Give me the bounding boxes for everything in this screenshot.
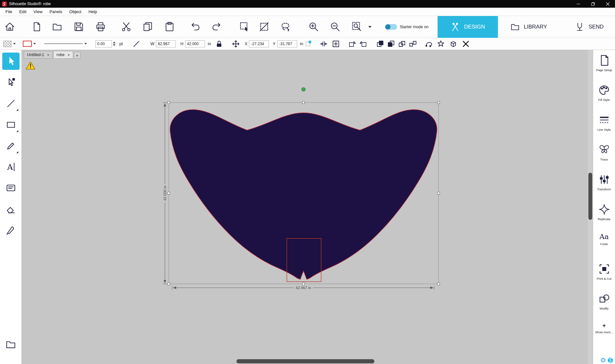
offset-star-button[interactable]: [437, 40, 445, 48]
fill-color-swatch[interactable]: [23, 41, 32, 47]
handle-mid-right[interactable]: [438, 192, 440, 194]
transparency-dropdown-caret[interactable]: [13, 43, 16, 45]
spacing-button[interactable]: [320, 40, 328, 48]
point-edit-tool[interactable]: [2, 74, 20, 91]
menu-edit[interactable]: Edit: [16, 8, 30, 16]
eraser-tool[interactable]: [2, 201, 20, 218]
notes-tool[interactable]: [2, 179, 20, 197]
tab-send[interactable]: SEND: [565, 16, 613, 38]
minimize-button[interactable]: [571, 0, 585, 8]
handle-mid-left[interactable]: [168, 192, 170, 194]
tab-design[interactable]: DESIGN: [438, 16, 498, 38]
settings-gear-icon[interactable]: ⚙: [600, 357, 606, 363]
handle-top-left[interactable]: [168, 102, 170, 104]
3d-button[interactable]: [449, 40, 457, 48]
x-position-input[interactable]: [249, 40, 269, 47]
send-to-back-button[interactable]: [387, 40, 395, 48]
library-folder-button[interactable]: [2, 336, 20, 353]
horizontal-scrollbar[interactable]: [22, 359, 588, 363]
bring-to-front-button[interactable]: [376, 40, 384, 48]
move-button[interactable]: [232, 40, 240, 48]
zoom-dropdown-caret[interactable]: [368, 26, 372, 28]
menu-panels[interactable]: Panels: [46, 8, 66, 16]
warning-icon[interactable]: [26, 62, 35, 69]
handle-top-center[interactable]: [303, 102, 305, 104]
zoom-selection-button[interactable]: [350, 20, 364, 34]
handle-bottom-right[interactable]: [438, 283, 440, 285]
doc-tab-untitled[interactable]: Untitled-1 ×: [24, 51, 53, 59]
tab-library[interactable]: LIBRARY: [500, 16, 557, 38]
deselect-button[interactable]: [257, 20, 271, 34]
open-button[interactable]: [50, 20, 64, 34]
handle-bottom-center[interactable]: [303, 283, 305, 285]
y-position-input[interactable]: [277, 40, 297, 47]
handle-bottom-left[interactable]: [168, 283, 170, 285]
save-button[interactable]: [72, 20, 86, 34]
redo-button[interactable]: [209, 20, 224, 34]
cut-button[interactable]: [119, 20, 133, 34]
rotate-handle[interactable]: [302, 88, 305, 91]
robe-shape[interactable]: [170, 110, 437, 279]
select-button[interactable]: [237, 20, 252, 34]
panel-trace[interactable]: Trace: [593, 141, 615, 170]
panel-show-more[interactable]: + Show more...: [593, 319, 615, 349]
home-button[interactable]: [3, 20, 17, 34]
menu-view[interactable]: View: [30, 8, 46, 16]
relative-position-checkbox[interactable]: [306, 42, 310, 46]
line-style-preview[interactable]: [44, 44, 83, 44]
fill-color-dropdown-caret[interactable]: [33, 43, 36, 45]
close-button[interactable]: [600, 0, 615, 8]
transparency-swatch[interactable]: [3, 41, 12, 47]
panel-modify[interactable]: Modify: [593, 290, 615, 319]
vertical-scrollbar[interactable]: [588, 50, 593, 364]
print-button[interactable]: [93, 20, 107, 34]
center-point-button[interactable]: [332, 40, 340, 48]
lock-aspect-button[interactable]: [215, 40, 223, 48]
line-tool[interactable]: [2, 95, 20, 112]
zoom-in-button[interactable]: [306, 20, 320, 34]
stroke-weight-input[interactable]: [95, 40, 112, 47]
panel-replicate[interactable]: Replicate: [593, 200, 615, 230]
menu-help[interactable]: Help: [85, 8, 101, 16]
panel-fonts[interactable]: Aa Fonts: [593, 230, 615, 260]
starter-mode-toggle[interactable]: [385, 24, 397, 30]
text-tool[interactable]: A: [2, 158, 20, 176]
rotate-left-button[interactable]: [348, 40, 356, 48]
draw-tool[interactable]: [2, 137, 20, 154]
rectangle-tool[interactable]: [2, 116, 20, 133]
height-input[interactable]: [185, 40, 205, 47]
width-input[interactable]: [156, 40, 176, 47]
stroke-weight-spinner[interactable]: [113, 42, 115, 46]
silhouette-account-icon[interactable]: [607, 357, 613, 363]
line-segment-button[interactable]: [132, 40, 140, 48]
zoom-out-button[interactable]: [328, 20, 342, 34]
rotate-right-button[interactable]: [360, 40, 367, 48]
handle-top-right[interactable]: [438, 102, 440, 104]
panel-print-cut[interactable]: Print & Cut: [593, 260, 615, 290]
menu-file[interactable]: File: [2, 8, 16, 16]
line-style-dropdown-caret[interactable]: [84, 43, 87, 45]
panel-line-style[interactable]: Line Style: [593, 111, 615, 141]
ungroup-button[interactable]: [409, 40, 417, 48]
tab-close-icon[interactable]: ×: [67, 53, 70, 57]
open-path-button[interactable]: [425, 40, 433, 48]
group-button[interactable]: [398, 40, 406, 48]
doc-tab-robe[interactable]: robe ×: [53, 51, 73, 59]
panel-page-setup[interactable]: Page Setup: [593, 51, 615, 81]
menu-object[interactable]: Object: [66, 8, 85, 16]
panel-fill-style[interactable]: Fill Style: [593, 81, 615, 111]
maximize-button[interactable]: [585, 0, 600, 8]
horizontal-scrollbar-thumb[interactable]: [236, 359, 374, 363]
delete-button[interactable]: [462, 40, 470, 48]
paste-button[interactable]: [162, 20, 176, 34]
tab-close-icon[interactable]: ×: [47, 53, 50, 57]
vertical-scrollbar-thumb[interactable]: [588, 173, 592, 220]
undo-button[interactable]: [188, 20, 202, 34]
lasso-select-button[interactable]: [278, 20, 293, 34]
select-tool[interactable]: [2, 53, 20, 70]
copy-button[interactable]: [141, 20, 155, 34]
panel-transform[interactable]: Transform: [593, 170, 615, 200]
knife-tool[interactable]: [2, 222, 20, 239]
canvas[interactable]: 42.000 in 62.967 in Untitled-1 × robe × …: [22, 50, 588, 364]
new-document-button[interactable]: [30, 20, 44, 34]
